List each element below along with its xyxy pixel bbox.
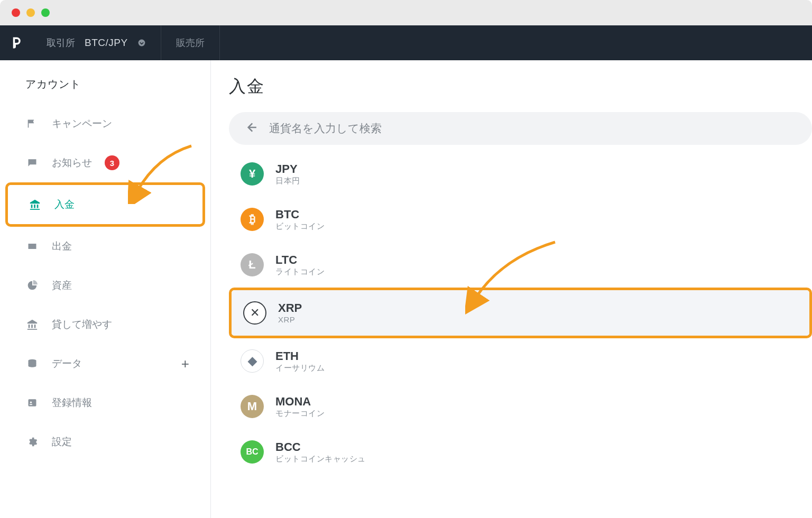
chat-icon xyxy=(25,158,39,168)
sidebar-title: アカウント xyxy=(0,77,210,104)
sidebar: アカウント キャンペーン お知らせ 3 入金 出金 資産 貸して増やす xyxy=(0,60,211,518)
svg-rect-2 xyxy=(29,399,36,406)
sidebar-item-label: キャンペーン xyxy=(52,117,112,131)
database-icon xyxy=(25,358,39,369)
pie-icon xyxy=(25,280,39,291)
window-zoom-button[interactable] xyxy=(41,8,50,17)
sidebar-item-settings[interactable]: 設定 xyxy=(0,422,210,461)
currency-name: ビットコイン xyxy=(275,221,325,231)
wallet-icon xyxy=(25,241,39,252)
currency-code: MONA xyxy=(275,395,325,409)
currency-name: モナーコイン xyxy=(275,409,325,418)
ethereum-icon: ◆ xyxy=(241,349,264,373)
arrow-left-icon[interactable] xyxy=(244,121,257,136)
currency-row-ltc[interactable]: Ł LTC ライトコイン xyxy=(229,242,812,288)
bcc-icon: BC xyxy=(241,440,264,464)
currency-row-btc[interactable]: ₿ BTC ビットコイン xyxy=(229,197,812,242)
sales-label: 販売所 xyxy=(176,36,205,49)
sidebar-item-label: 登録情報 xyxy=(52,396,92,410)
gear-icon xyxy=(25,437,39,447)
currency-list: ¥ JPY 日本円 ₿ BTC ビットコイン Ł LTC ライトコイン xyxy=(229,151,812,475)
sidebar-item-registration[interactable]: 登録情報 xyxy=(0,383,210,422)
litecoin-icon: Ł xyxy=(241,253,264,276)
sidebar-item-campaign[interactable]: キャンペーン xyxy=(0,104,210,143)
bank-icon xyxy=(25,319,39,330)
currency-code: ETH xyxy=(275,349,325,363)
currency-row-bcc[interactable]: BC BCC ビットコインキャッシュ xyxy=(229,429,812,475)
main-panel: 入金 ¥ JPY 日本円 ₿ BTC ビットコイン xyxy=(211,60,812,518)
currency-name: イーサリウム xyxy=(275,363,325,373)
sidebar-item-withdraw[interactable]: 出金 xyxy=(0,227,210,266)
currency-code: LTC xyxy=(275,253,325,267)
xrp-icon: ✕ xyxy=(243,301,266,325)
id-card-icon xyxy=(25,397,39,408)
sidebar-item-notice[interactable]: お知らせ 3 xyxy=(0,143,210,182)
sidebar-item-label: 入金 xyxy=(54,198,75,211)
app-header: 取引所 BTC/JPY 販売所 xyxy=(0,25,812,60)
page-title: 入金 xyxy=(229,75,812,98)
window-minimize-button[interactable] xyxy=(26,8,35,17)
svg-rect-4 xyxy=(30,404,32,405)
sidebar-item-label: 資産 xyxy=(52,279,72,292)
currency-code: JPY xyxy=(275,162,300,176)
sidebar-item-label: 貸して増やす xyxy=(52,318,112,331)
currency-row-xrp[interactable]: ✕ XRP XRP xyxy=(232,290,809,336)
header-exchange-selector[interactable]: 取引所 BTC/JPY xyxy=(32,25,161,60)
exchange-label: 取引所 xyxy=(47,36,75,49)
currency-row-eth[interactable]: ◆ ETH イーサリウム xyxy=(229,338,812,384)
sidebar-item-deposit[interactable]: 入金 xyxy=(8,185,202,224)
svg-point-0 xyxy=(138,40,145,47)
sidebar-item-lend[interactable]: 貸して増やす xyxy=(0,305,210,344)
bitcoin-icon: ₿ xyxy=(241,208,264,231)
currency-row-jpy[interactable]: ¥ JPY 日本円 xyxy=(229,151,812,197)
yen-icon: ¥ xyxy=(241,162,264,186)
svg-point-3 xyxy=(30,402,32,403)
sidebar-item-assets[interactable]: 資産 xyxy=(0,266,210,305)
plus-icon[interactable]: + xyxy=(181,356,189,372)
sidebar-item-label: 出金 xyxy=(52,239,72,253)
sidebar-item-label: 設定 xyxy=(52,435,72,449)
currency-search[interactable] xyxy=(229,112,812,145)
currency-name: XRP xyxy=(278,315,302,325)
flag-icon xyxy=(25,118,39,129)
window-titlebar xyxy=(0,0,812,25)
currency-name: ライトコイン xyxy=(275,267,325,276)
currency-code: BTC xyxy=(275,208,325,221)
header-sales-link[interactable]: 販売所 xyxy=(161,25,220,60)
currency-name: ビットコインキャッシュ xyxy=(275,454,366,464)
currency-code: XRP xyxy=(278,301,302,315)
notice-badge: 3 xyxy=(105,155,119,170)
app-logo[interactable] xyxy=(0,25,32,60)
bank-icon xyxy=(28,199,42,210)
pair-label: BTC/JPY xyxy=(85,37,128,49)
sidebar-item-data[interactable]: データ + xyxy=(0,344,210,383)
chevron-down-icon xyxy=(137,39,146,47)
sidebar-item-label: データ xyxy=(52,357,82,371)
annotation-highlight-xrp: ✕ XRP XRP xyxy=(229,288,812,338)
sidebar-item-label: お知らせ xyxy=(52,156,92,170)
window-close-button[interactable] xyxy=(12,8,20,17)
currency-row-mona[interactable]: M MONA モナーコイン xyxy=(229,384,812,429)
currency-code: BCC xyxy=(275,440,366,454)
annotation-highlight-deposit: 入金 xyxy=(5,182,205,227)
currency-name: 日本円 xyxy=(275,176,300,186)
search-input[interactable] xyxy=(269,122,797,135)
mona-icon: M xyxy=(241,395,264,418)
